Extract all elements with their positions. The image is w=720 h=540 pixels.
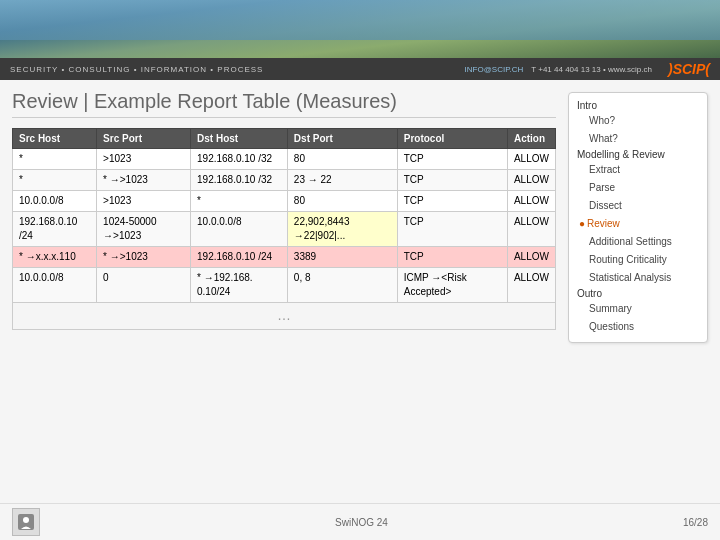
table-cell: >1023 xyxy=(97,191,191,212)
table-cell: 192.168.0.10 /32 xyxy=(191,149,288,170)
table-cell: ALLOW xyxy=(507,149,555,170)
scip-logo: )SCIP( xyxy=(668,61,710,77)
phone-info: T +41 44 404 13 13 • www.scip.ch xyxy=(531,65,652,74)
sidebar-item-questions[interactable]: Questions xyxy=(577,318,699,336)
table-header-row: Src Host Src Port Dst Host Dst Port Prot… xyxy=(13,129,556,149)
table-cell: * →>1023 xyxy=(97,170,191,191)
table-cell: 10.0.0.0/8 xyxy=(13,191,97,212)
table-cell: * xyxy=(191,191,288,212)
sidebar-item-outro[interactable]: Outro xyxy=(577,287,699,300)
table-cell: 10.0.0.0/8 xyxy=(13,268,97,303)
sidebar-item-what?[interactable]: What? xyxy=(577,130,699,148)
table-row: 192.168.0.10 /241024-50000 →>102310.0.0.… xyxy=(13,212,556,247)
sidebar-item-routing-criticality[interactable]: Routing Criticality xyxy=(577,251,699,269)
table-row: 10.0.0.0/80* →192.168. 0.10/240, 8ICMP →… xyxy=(13,268,556,303)
table-cell: 22,902,8443 →22|902|... xyxy=(287,212,397,247)
sidebar-item-statistical-analysis[interactable]: Statistical Analysis xyxy=(577,269,699,287)
table-cell: ALLOW xyxy=(507,212,555,247)
table-cell: 3389 xyxy=(287,247,397,268)
footer-conference: SwiNOG 24 xyxy=(335,517,388,528)
table-cell: 192.168.0.10 /32 xyxy=(191,170,288,191)
table-cell: 192.168.0.10 /24 xyxy=(13,212,97,247)
page-title: Review | Example Report Table (Measures) xyxy=(12,90,556,118)
table-cell: * xyxy=(13,170,97,191)
table-cell: TCP xyxy=(397,191,507,212)
table-cell: TCP xyxy=(397,212,507,247)
sidebar-item-dissect[interactable]: Dissect xyxy=(577,197,699,215)
table-row: ** →>1023192.168.0.10 /3223 → 22TCPALLOW xyxy=(13,170,556,191)
footer: SwiNOG 24 16/28 xyxy=(0,503,720,540)
sidebar-item-review[interactable]: Review xyxy=(577,215,699,233)
table-cell: * →192.168. 0.10/24 xyxy=(191,268,288,303)
table-row: * →x.x.x.110* →>1023192.168.0.10 /243389… xyxy=(13,247,556,268)
col-dst-port: Dst Port xyxy=(287,129,397,149)
table-cell: 0 xyxy=(97,268,191,303)
left-panel: Review | Example Report Table (Measures)… xyxy=(12,90,556,493)
sidebar-item-parse[interactable]: Parse xyxy=(577,179,699,197)
main-content: Review | Example Report Table (Measures)… xyxy=(0,80,720,540)
table-cell: 80 xyxy=(287,191,397,212)
svg-point-1 xyxy=(23,517,29,523)
contact-email: INFO@SCIP.CH xyxy=(465,65,524,74)
table-cell: * xyxy=(13,149,97,170)
sidebar-item-intro[interactable]: Intro xyxy=(577,99,699,112)
table-cell: ALLOW xyxy=(507,247,555,268)
report-table: Src Host Src Port Dst Host Dst Port Prot… xyxy=(12,128,556,330)
table-row: *>1023192.168.0.10 /3280TCPALLOW xyxy=(13,149,556,170)
table-cell: 0, 8 xyxy=(287,268,397,303)
table-cell: 10.0.0.0/8 xyxy=(191,212,288,247)
table-cell: 1024-50000 →>1023 xyxy=(97,212,191,247)
table-ellipsis-row: … xyxy=(13,303,556,330)
sidebar-item-extract[interactable]: Extract xyxy=(577,161,699,179)
table-cell: TCP xyxy=(397,170,507,191)
col-action: Action xyxy=(507,129,555,149)
table-row: 10.0.0.0/8>1023*80TCPALLOW xyxy=(13,191,556,212)
table-cell: * →x.x.x.110 xyxy=(13,247,97,268)
sidebar-item-who?[interactable]: Who? xyxy=(577,112,699,130)
nav-tagline: SECURITY • CONSULTING • INFORMATION • PR… xyxy=(10,65,263,74)
footer-logo xyxy=(12,508,40,536)
table-cell: TCP xyxy=(397,149,507,170)
col-dst-host: Dst Host xyxy=(191,129,288,149)
sidebar-box: IntroWho?What?Modelling & ReviewExtractP… xyxy=(568,92,708,343)
table-cell: 192.168.0.10 /24 xyxy=(191,247,288,268)
sidebar-item-summary[interactable]: Summary xyxy=(577,300,699,318)
col-src-host: Src Host xyxy=(13,129,97,149)
table-cell: ALLOW xyxy=(507,170,555,191)
table-cell: ICMP →<Risk Accepted> xyxy=(397,268,507,303)
table-cell: TCP xyxy=(397,247,507,268)
table-cell: 80 xyxy=(287,149,397,170)
right-sidebar: IntroWho?What?Modelling & ReviewExtractP… xyxy=(568,90,708,493)
table-cell: >1023 xyxy=(97,149,191,170)
table-cell: 23 → 22 xyxy=(287,170,397,191)
table-cell: ALLOW xyxy=(507,191,555,212)
top-nav: SECURITY • CONSULTING • INFORMATION • PR… xyxy=(0,58,720,80)
col-src-port: Src Port xyxy=(97,129,191,149)
footer-page-number: 16/28 xyxy=(683,517,708,528)
table-cell: ALLOW xyxy=(507,268,555,303)
sidebar-item-modelling-&-review[interactable]: Modelling & Review xyxy=(577,148,699,161)
col-protocol: Protocol xyxy=(397,129,507,149)
sidebar-item-additional-settings[interactable]: Additional Settings xyxy=(577,233,699,251)
table-cell: * →>1023 xyxy=(97,247,191,268)
